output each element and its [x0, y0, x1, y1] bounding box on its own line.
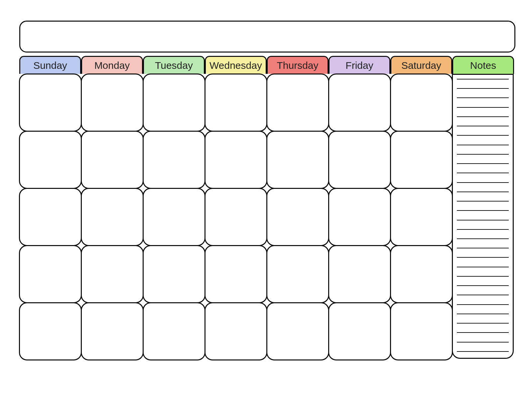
- notes-header: Notes: [452, 56, 514, 74]
- notes-line: [457, 267, 509, 267]
- calendar-cell[interactable]: [390, 131, 453, 189]
- calendar-cell[interactable]: [143, 245, 205, 303]
- notes-column[interactable]: [452, 74, 514, 359]
- calendar-cell[interactable]: [81, 131, 144, 189]
- calendar-cell[interactable]: [143, 302, 205, 360]
- day-header-monday: Monday: [81, 56, 143, 74]
- notes-line: [457, 257, 509, 258]
- calendar-cell[interactable]: [266, 73, 329, 132]
- notes-line: [457, 107, 509, 108]
- notes-line: [457, 163, 509, 164]
- day-header-label: Wednesday: [209, 60, 262, 71]
- notes-line: [457, 182, 509, 183]
- calendar-cell[interactable]: [81, 302, 144, 360]
- calendar-cell[interactable]: [390, 73, 453, 132]
- notes-line: [457, 323, 509, 324]
- calendar-cell[interactable]: [266, 131, 329, 189]
- day-header-friday: Friday: [329, 56, 390, 74]
- notes-header-label: Notes: [470, 60, 496, 71]
- calendar-sheet: Sunday Monday Tuesday Wednesday Thursday…: [19, 21, 515, 360]
- day-header-wednesday: Wednesday: [205, 56, 267, 74]
- calendar-cell[interactable]: [19, 131, 82, 189]
- notes-line: [457, 229, 509, 230]
- calendar-cell[interactable]: [328, 245, 391, 303]
- notes-line: [457, 126, 509, 126]
- day-header-label: Friday: [345, 60, 373, 71]
- notes-line: [457, 314, 509, 314]
- calendar-grid: [19, 74, 452, 360]
- notes-line: [457, 154, 509, 155]
- calendar-cell[interactable]: [328, 73, 391, 132]
- notes-line: [457, 79, 509, 79]
- calendar-cell[interactable]: [143, 131, 205, 189]
- notes-line: [457, 201, 509, 202]
- calendar-cell[interactable]: [204, 188, 267, 246]
- calendar-cell[interactable]: [390, 302, 453, 360]
- notes-line: [457, 238, 509, 239]
- calendar-cell[interactable]: [19, 73, 82, 132]
- day-header-thursday: Thursday: [267, 56, 329, 74]
- notes-line: [457, 135, 509, 136]
- day-header-label: Sunday: [33, 60, 67, 71]
- notes-line: [457, 295, 509, 295]
- calendar-cell[interactable]: [266, 245, 329, 303]
- calendar-cell[interactable]: [390, 188, 453, 246]
- day-headers-row: Sunday Monday Tuesday Wednesday Thursday…: [19, 56, 515, 74]
- day-header-saturday: Saturday: [390, 56, 452, 74]
- notes-line: [457, 116, 509, 117]
- calendar-cell[interactable]: [81, 188, 144, 246]
- day-header-label: Thursday: [277, 60, 318, 71]
- calendar-cell[interactable]: [328, 188, 391, 246]
- calendar-cell[interactable]: [328, 302, 391, 360]
- notes-line: [457, 97, 509, 98]
- day-header-label: Tuesday: [155, 60, 193, 71]
- notes-line: [457, 220, 509, 220]
- calendar-cell[interactable]: [143, 73, 205, 132]
- calendar-cell[interactable]: [143, 188, 205, 246]
- calendar-cell[interactable]: [81, 245, 144, 303]
- calendar-cell[interactable]: [81, 73, 144, 132]
- calendar-cell[interactable]: [204, 245, 267, 303]
- calendar-cell[interactable]: [204, 302, 267, 360]
- calendar-cell[interactable]: [390, 245, 453, 303]
- notes-line: [457, 332, 509, 333]
- notes-line: [457, 210, 509, 211]
- notes-line: [457, 276, 509, 277]
- calendar-cell[interactable]: [266, 302, 329, 360]
- notes-line: [457, 285, 509, 286]
- calendar-cell[interactable]: [328, 131, 391, 189]
- notes-line: [457, 342, 509, 342]
- month-title-box[interactable]: [19, 21, 515, 53]
- day-header-tuesday: Tuesday: [143, 56, 205, 74]
- calendar-cell[interactable]: [19, 245, 82, 303]
- notes-line: [457, 248, 509, 248]
- calendar-cell[interactable]: [19, 188, 82, 246]
- calendar-cell[interactable]: [19, 302, 82, 360]
- calendar-cell[interactable]: [204, 73, 267, 132]
- notes-line: [457, 192, 509, 192]
- day-header-label: Saturday: [401, 60, 441, 71]
- notes-line: [457, 304, 509, 305]
- calendar-body: [19, 74, 515, 360]
- day-header-label: Monday: [94, 60, 130, 71]
- day-header-sunday: Sunday: [19, 56, 81, 74]
- calendar-cell[interactable]: [204, 131, 267, 189]
- calendar-template: Sunday Monday Tuesday Wednesday Thursday…: [0, 0, 532, 411]
- calendar-cell[interactable]: [266, 188, 329, 246]
- notes-line: [457, 88, 509, 89]
- notes-line: [457, 173, 509, 173]
- notes-line: [457, 145, 509, 145]
- notes-line: [457, 351, 509, 352]
